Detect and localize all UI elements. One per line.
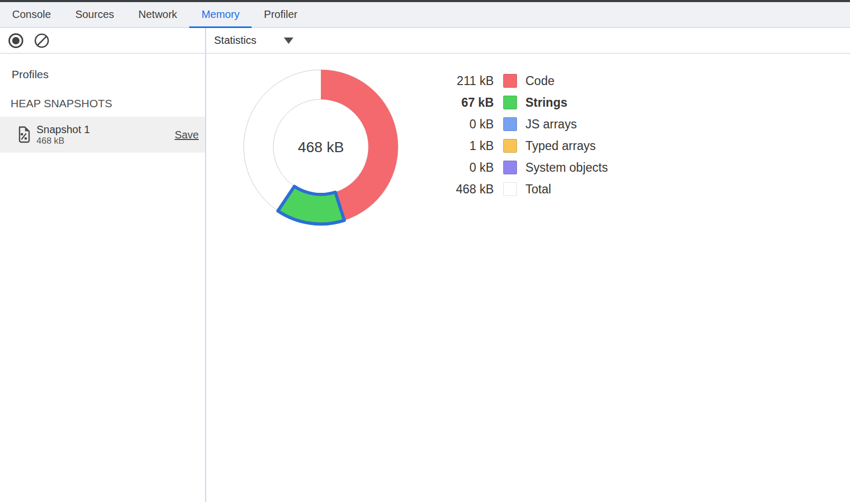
- legend-swatch-strings: [503, 96, 517, 109]
- legend-row-code[interactable]: 211 kB Code: [436, 74, 608, 88]
- clear-profiles-button[interactable]: [34, 33, 50, 49]
- heap-donut-chart[interactable]: 468 kB: [242, 68, 400, 226]
- devtools-tab-bar: Console Sources Network Memory Profiler: [0, 2, 850, 28]
- snapshot-file-icon: [16, 126, 31, 144]
- legend-value: 211 kB: [436, 74, 494, 88]
- legend-row-js-arrays[interactable]: 0 kB JS arrays: [436, 117, 608, 131]
- memory-toolbar: Statistics: [0, 28, 850, 54]
- tab-console[interactable]: Console: [0, 2, 63, 27]
- legend-swatch-code: [503, 74, 517, 88]
- legend-label: Code: [525, 74, 555, 88]
- perspective-select[interactable]: Statistics: [214, 34, 293, 46]
- legend-label: Typed arrays: [525, 139, 596, 153]
- chevron-down-icon: [284, 38, 293, 44]
- save-link[interactable]: Save: [174, 129, 199, 141]
- legend-value: 0 kB: [436, 161, 494, 175]
- legend-value: 1 kB: [436, 139, 494, 153]
- donut-segment-strings[interactable]: [278, 186, 345, 224]
- tab-memory[interactable]: Memory: [189, 2, 252, 27]
- legend-label: System objects: [525, 161, 608, 175]
- snapshot-list-item[interactable]: Snapshot 1 468 kB Save: [0, 117, 205, 153]
- heap-snapshots-section-title: HEAP SNAPSHOTS: [11, 97, 205, 110]
- chart-center-label: 468 kB: [298, 139, 344, 155]
- legend-swatch-system-objects: [503, 161, 517, 174]
- toolbar-left-section: [0, 28, 206, 53]
- legend-value: 67 kB: [436, 96, 494, 110]
- legend-label: Total: [525, 182, 551, 197]
- perspective-select-label: Statistics: [214, 34, 256, 46]
- profiles-title: Profiles: [12, 68, 205, 81]
- legend-row-system-objects[interactable]: 0 kB System objects: [436, 161, 608, 174]
- legend-row-strings[interactable]: 67 kB Strings: [436, 96, 608, 109]
- legend-row-typed-arrays[interactable]: 1 kB Typed arrays: [436, 139, 608, 153]
- snapshot-name: Snapshot 1: [36, 123, 90, 136]
- legend-value: 0 kB: [436, 117, 494, 132]
- legend-swatch-total: [503, 182, 517, 196]
- snapshot-size: 468 kB: [36, 136, 90, 146]
- record-icon: [12, 37, 20, 44]
- snapshot-text: Snapshot 1 468 kB: [36, 123, 90, 146]
- statistics-panel: 468 kB 211 kB Code 67 kB Strings 0 kB JS…: [206, 54, 850, 502]
- legend-label: JS arrays: [525, 117, 577, 132]
- legend-swatch-typed-arrays: [503, 139, 517, 153]
- legend-row-total[interactable]: 468 kB Total: [436, 182, 608, 196]
- legend-label: Strings: [525, 96, 567, 110]
- legend-swatch-js-arrays: [503, 117, 517, 131]
- tab-network[interactable]: Network: [126, 2, 189, 27]
- chart-legend: 211 kB Code 67 kB Strings 0 kB JS arrays…: [436, 74, 608, 204]
- profiles-sidebar: Profiles HEAP SNAPSHOTS Snapshot 1 468 k…: [0, 54, 206, 502]
- record-heap-snapshot-button[interactable]: [8, 33, 23, 48]
- toolbar-right-section: Statistics: [206, 28, 850, 53]
- legend-value: 468 kB: [436, 182, 494, 197]
- tab-sources[interactable]: Sources: [63, 2, 126, 27]
- tab-profiler[interactable]: Profiler: [252, 2, 309, 27]
